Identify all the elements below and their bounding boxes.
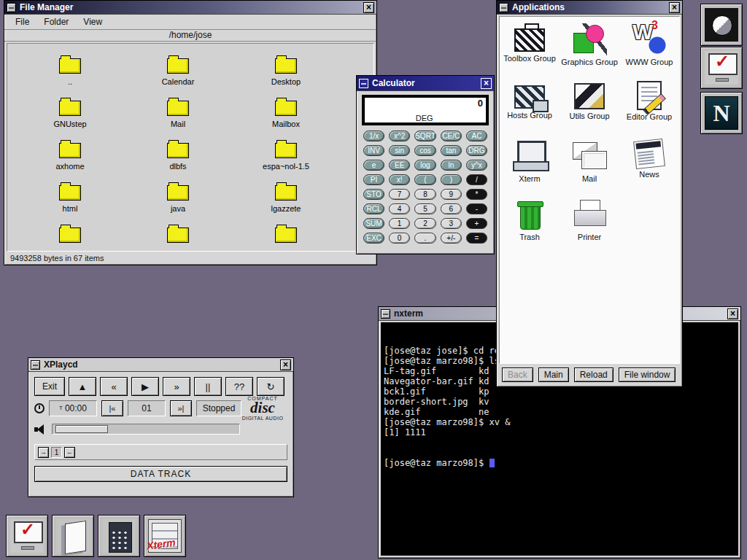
applications-titlebar[interactable]: Applications × bbox=[497, 1, 682, 15]
app-icon-item[interactable]: Xterm bbox=[500, 138, 560, 196]
calc-button[interactable]: 4 bbox=[389, 203, 410, 214]
calc-button[interactable]: 3 bbox=[441, 218, 462, 229]
folder-item[interactable] bbox=[124, 223, 232, 252]
calc-button[interactable]: sin bbox=[389, 145, 410, 156]
calc-button[interactable]: SQRT bbox=[414, 131, 436, 141]
calc-button[interactable]: + bbox=[466, 218, 487, 229]
calc-button[interactable]: CE/C bbox=[441, 131, 462, 141]
calc-button[interactable]: 2 bbox=[414, 218, 436, 229]
calc-button[interactable]: DRG bbox=[466, 145, 487, 156]
calc-button[interactable]: INV bbox=[363, 145, 384, 156]
calc-button[interactable]: STO bbox=[363, 189, 384, 200]
window-menu-icon[interactable] bbox=[31, 360, 40, 370]
exit-button[interactable]: Exit bbox=[34, 377, 65, 396]
app-icon-item[interactable]: Editor Group bbox=[619, 79, 679, 138]
calc-button[interactable]: y^x bbox=[466, 160, 487, 171]
window-menu-icon[interactable] bbox=[499, 3, 508, 12]
calc-button[interactable]: x! bbox=[389, 174, 410, 185]
app-icon-item[interactable]: Printer bbox=[560, 196, 619, 254]
close-icon[interactable]: × bbox=[280, 359, 291, 370]
folder-item[interactable]: Calendar bbox=[124, 54, 232, 96]
calc-button[interactable]: = bbox=[466, 233, 487, 244]
calc-button[interactable]: / bbox=[466, 174, 487, 185]
data-track-button[interactable]: DATA TRACK bbox=[34, 466, 287, 482]
menu-item[interactable]: Folder bbox=[36, 15, 76, 28]
calc-button[interactable]: log bbox=[414, 160, 436, 171]
calc-button[interactable]: tan bbox=[441, 145, 462, 156]
app-icon-item[interactable]: Toolbox Group bbox=[500, 21, 560, 79]
eject-button[interactable]: ▲ bbox=[69, 377, 96, 396]
rewind-button[interactable]: « bbox=[100, 377, 128, 396]
pause-button[interactable]: || bbox=[194, 377, 222, 396]
window-menu-icon[interactable] bbox=[381, 309, 390, 319]
program-left-button[interactable]: ← bbox=[64, 447, 75, 458]
folder-item[interactable]: axhome bbox=[16, 139, 124, 181]
dock-windowmaker-button[interactable] bbox=[700, 4, 743, 46]
close-icon[interactable]: × bbox=[727, 308, 738, 319]
repeat-button[interactable]: ↻ bbox=[257, 377, 285, 396]
calc-button[interactable]: 5 bbox=[414, 203, 436, 214]
folder-item[interactable] bbox=[232, 223, 340, 252]
calc-button[interactable]: e bbox=[363, 160, 384, 171]
folder-item[interactable]: espa~nol-1.5 bbox=[232, 139, 340, 181]
app-icon-item[interactable]: Utils Group bbox=[560, 79, 619, 138]
folder-item[interactable]: html bbox=[16, 181, 124, 223]
dock-monitor-button[interactable] bbox=[700, 47, 743, 89]
app-icon-item[interactable]: Mail bbox=[560, 138, 619, 196]
file-window-button[interactable]: File window bbox=[619, 368, 676, 382]
shuffle-button[interactable]: ?? bbox=[225, 377, 253, 396]
folder-item[interactable]: Mailbox bbox=[232, 96, 340, 139]
app-icon-item[interactable]: News bbox=[619, 138, 679, 196]
desktop[interactable]: File Manager × FileFolderView /home/jose… bbox=[0, 0, 747, 560]
reload-button[interactable]: Reload bbox=[574, 368, 614, 382]
folder-item[interactable] bbox=[16, 223, 124, 252]
taskbar-xterm-button[interactable]: Xterm bbox=[144, 515, 186, 557]
folder-item[interactable]: Mail bbox=[124, 96, 232, 139]
program-right-button[interactable]: → bbox=[38, 447, 49, 458]
calc-button[interactable]: - bbox=[466, 203, 487, 214]
next-track-button[interactable]: »| bbox=[170, 400, 192, 416]
calc-button[interactable]: 1/x bbox=[363, 131, 384, 141]
taskbar-book-button[interactable] bbox=[52, 515, 94, 557]
window-menu-icon[interactable] bbox=[7, 3, 16, 12]
file-manager-titlebar[interactable]: File Manager × bbox=[4, 1, 376, 15]
calc-button[interactable]: * bbox=[466, 189, 487, 200]
prev-track-button[interactable]: |« bbox=[101, 400, 123, 416]
calc-button[interactable]: RCL bbox=[363, 203, 384, 214]
calc-button[interactable]: x^2 bbox=[389, 131, 410, 141]
volume-slider-thumb[interactable] bbox=[55, 425, 108, 433]
menu-item[interactable]: View bbox=[76, 15, 109, 28]
xplaycd-titlebar[interactable]: XPlaycd × bbox=[28, 358, 293, 372]
calc-button[interactable]: ( bbox=[414, 174, 436, 185]
close-icon[interactable]: × bbox=[481, 78, 492, 89]
window-menu-icon[interactable] bbox=[359, 79, 368, 88]
folder-item[interactable]: dlbfs bbox=[124, 139, 232, 181]
calc-button[interactable]: . bbox=[414, 233, 436, 244]
folder-item[interactable]: GNUstep bbox=[16, 96, 124, 139]
calc-button[interactable]: 1 bbox=[389, 218, 410, 229]
calc-button[interactable]: AC bbox=[466, 131, 487, 141]
folder-item[interactable]: lgazzete bbox=[232, 181, 340, 223]
file-list-area[interactable]: .. Calendar Desktop GNUstep Mail Mailbox bbox=[7, 43, 374, 252]
close-icon[interactable]: × bbox=[669, 2, 680, 13]
folder-item[interactable]: java bbox=[124, 181, 232, 223]
calc-button[interactable]: EE bbox=[389, 160, 410, 171]
folder-item[interactable]: Desktop bbox=[232, 54, 340, 96]
calc-button[interactable]: 0 bbox=[389, 233, 410, 244]
app-icon-item[interactable]: Hosts Group bbox=[500, 79, 560, 138]
calc-button[interactable]: ln bbox=[441, 160, 462, 171]
play-button[interactable]: ▶ bbox=[131, 377, 159, 396]
app-icon-item[interactable]: WWW Group bbox=[619, 21, 679, 79]
calc-button[interactable]: 6 bbox=[441, 203, 462, 214]
calc-button[interactable]: 8 bbox=[414, 189, 436, 200]
app-icon-item[interactable]: Graphics Group bbox=[560, 21, 619, 79]
back-button[interactable]: Back bbox=[502, 368, 533, 382]
menu-item[interactable]: File bbox=[8, 15, 36, 28]
taskbar-monitor-button[interactable] bbox=[6, 515, 48, 557]
app-icon-item[interactable]: Trash bbox=[500, 196, 560, 254]
calc-button[interactable]: EXC bbox=[363, 233, 384, 244]
close-icon[interactable]: × bbox=[363, 2, 374, 13]
dock-netscape-button[interactable]: N bbox=[700, 92, 743, 134]
folder-item[interactable]: .. bbox=[16, 54, 124, 96]
calc-button[interactable]: cos bbox=[414, 145, 436, 156]
